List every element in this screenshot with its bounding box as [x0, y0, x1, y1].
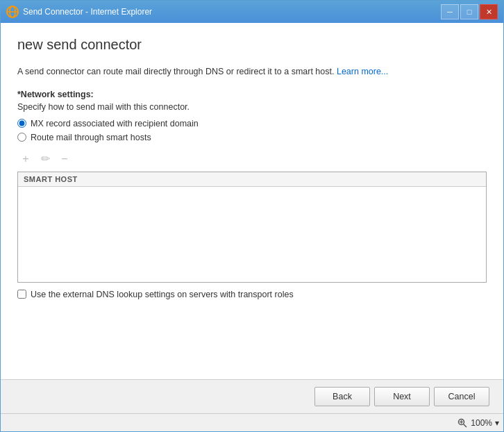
bottom-bar: Back Next Cancel [1, 379, 503, 413]
network-settings-desc: Specify how to send mail with this conne… [17, 102, 487, 112]
smart-host-column-header: SMART HOST [18, 172, 486, 187]
browser-icon [6, 6, 19, 18]
svg-line-4 [464, 424, 467, 427]
close-button[interactable]: ✕ [480, 4, 498, 19]
next-button[interactable]: Next [374, 387, 430, 406]
dns-checkbox[interactable] [17, 290, 26, 299]
cancel-button[interactable]: Cancel [434, 387, 489, 406]
network-settings-label: *Network settings: [17, 90, 487, 99]
remove-icon: − [61, 153, 67, 165]
main-window: Send Connector - Internet Explorer ─ □ ✕… [0, 0, 504, 432]
smart-host-toolbar: + ✏ − [17, 151, 487, 167]
window-title: Send Connector - Internet Explorer [23, 7, 152, 17]
smart-host-body [18, 187, 486, 256]
edit-icon: ✏ [41, 152, 50, 165]
back-button[interactable]: Back [314, 387, 370, 406]
description-text: A send connector can route mail directly… [17, 65, 487, 78]
minimize-button[interactable]: ─ [441, 4, 459, 19]
zoom-level: 100% [471, 418, 492, 428]
content-area: new send connector A send connector can … [1, 23, 503, 379]
routing-radio-group: MX record associated with recipient doma… [17, 119, 487, 142]
radio-smarthost-input[interactable] [17, 133, 26, 142]
title-bar-controls: ─ □ ✕ [441, 4, 498, 19]
restore-button[interactable]: □ [460, 4, 478, 19]
radio-smarthost-option[interactable]: Route mail through smart hosts [17, 133, 487, 142]
title-bar-left: Send Connector - Internet Explorer [6, 6, 152, 18]
learn-more-link[interactable]: Learn more... [337, 67, 388, 76]
dns-checkbox-label: Use the external DNS lookup settings on … [31, 290, 294, 299]
status-bar: 100% ▾ [1, 413, 503, 431]
add-button[interactable]: + [17, 151, 34, 167]
zoom-icon [457, 417, 468, 429]
dns-checkbox-row: Use the external DNS lookup settings on … [17, 290, 487, 299]
description-part1: A send connector can route mail directly… [17, 67, 337, 76]
smart-host-table: SMART HOST [17, 172, 487, 283]
add-icon: + [22, 153, 28, 165]
remove-button[interactable]: − [56, 151, 73, 167]
radio-smarthost-label: Route mail through smart hosts [31, 133, 151, 142]
edit-button[interactable]: ✏ [37, 151, 53, 167]
page-title: new send connector [17, 37, 487, 53]
zoom-dropdown-button[interactable]: ▾ [495, 418, 499, 428]
radio-mx-input[interactable] [17, 119, 26, 128]
radio-mx-label: MX record associated with recipient doma… [31, 119, 199, 128]
title-bar: Send Connector - Internet Explorer ─ □ ✕ [1, 1, 503, 23]
radio-mx-option[interactable]: MX record associated with recipient doma… [17, 119, 487, 128]
